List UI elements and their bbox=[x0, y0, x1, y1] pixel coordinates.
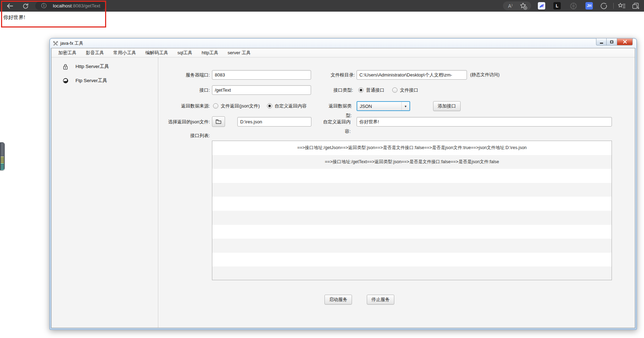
server-port-label: 服务器端口: bbox=[159, 70, 210, 80]
list-item-empty bbox=[212, 266, 612, 280]
red-annotation-box bbox=[1, 1, 106, 27]
radio-label: 普通接口 bbox=[366, 87, 384, 93]
return-type-combobox[interactable]: JSON ▾ bbox=[357, 101, 410, 111]
window-client-area: 加密工具 影音工具 常用小工具 编解码工具 sql工具 http工具 serve… bbox=[51, 48, 635, 328]
custom-return-input[interactable] bbox=[357, 117, 612, 127]
close-button[interactable] bbox=[617, 38, 633, 45]
favorites-icon[interactable] bbox=[617, 2, 626, 10]
sidebar: Http Server工具 Ftp Server工具 bbox=[51, 57, 158, 328]
api-type-radio-group: 普通接口 文件接口 bbox=[358, 85, 418, 95]
api-path-label: 接口: bbox=[159, 85, 210, 95]
indicator-gray-band bbox=[1, 143, 4, 157]
add-favorite-icon[interactable] bbox=[519, 2, 528, 10]
menu-sql-tools[interactable]: sql工具 bbox=[173, 48, 197, 57]
list-item-empty bbox=[212, 225, 612, 239]
read-aloud-icon[interactable]: A⁾ bbox=[506, 2, 515, 10]
root-dir-label: 文件根目录: bbox=[327, 70, 355, 80]
letter-extension-icon[interactable]: L bbox=[553, 2, 561, 10]
return-source-label: 返回数据来源: bbox=[159, 101, 210, 111]
menu-http-tools[interactable]: http工具 bbox=[197, 48, 223, 57]
lock-icon bbox=[63, 64, 68, 70]
list-item-empty bbox=[212, 169, 612, 183]
http-server-form: 服务器端口: 文件根目录: (静态文件访问) 接口: 接口类型: 普通接口 文件… bbox=[159, 57, 635, 328]
return-source-radio-group: 文件返回(json文件) 自定义返回内容 bbox=[213, 101, 307, 111]
jh-extension-icon[interactable]: JH bbox=[585, 2, 593, 10]
list-item[interactable]: ==>接口地址:/getText==>返回类型:json==>是否是文件接口:f… bbox=[212, 155, 612, 169]
radio-label: 自定义返回内容 bbox=[275, 103, 307, 109]
list-item-empty bbox=[212, 253, 612, 267]
stop-service-button[interactable]: 停止服务 bbox=[367, 295, 394, 305]
indicator-yellow-band bbox=[1, 157, 4, 164]
radio-file-api[interactable]: 文件接口 bbox=[392, 87, 418, 93]
list-item-empty bbox=[212, 239, 612, 253]
radio-dot bbox=[392, 87, 397, 93]
minimize-icon bbox=[600, 43, 603, 44]
chevron-down-icon: ▾ bbox=[401, 102, 409, 110]
minimize-button[interactable] bbox=[596, 38, 607, 45]
radio-dot-selected bbox=[267, 103, 272, 109]
window-title: java-fx 工具 bbox=[60, 41, 83, 47]
maximize-icon bbox=[610, 41, 613, 43]
radio-normal-api[interactable]: 普通接口 bbox=[358, 87, 384, 93]
radio-dot bbox=[213, 103, 218, 109]
menu-codec-tools[interactable]: 编解码工具 bbox=[141, 48, 173, 57]
json-file-path-input[interactable] bbox=[237, 117, 311, 127]
dim-circle-extension-icon[interactable] bbox=[569, 2, 578, 10]
tools-icon bbox=[53, 41, 58, 46]
add-api-button[interactable]: 添加接口 bbox=[433, 101, 461, 111]
sidebar-item-label: Ftp Server工具 bbox=[75, 78, 107, 84]
choose-json-file-label: 选择返回的json文件: bbox=[159, 117, 210, 127]
close-icon bbox=[623, 40, 627, 44]
radio-label: 文件接口 bbox=[400, 87, 418, 93]
globe-icon bbox=[63, 78, 68, 84]
list-item[interactable]: ==>接口地址:/getJson==>返回类型:json==>是否是文件接口:f… bbox=[212, 141, 612, 155]
custom-return-label: 自定义返回内容: bbox=[320, 117, 351, 127]
menu-bar: 加密工具 影音工具 常用小工具 编解码工具 sql工具 http工具 serve… bbox=[51, 48, 635, 57]
menu-server-tools[interactable]: server 工具 bbox=[223, 48, 255, 57]
api-type-label: 接口类型: bbox=[325, 85, 353, 95]
edge-indicator-widget[interactable] bbox=[0, 142, 5, 170]
toolbar-separator bbox=[613, 3, 614, 9]
api-listview[interactable]: ==>接口地址:/getJson==>返回类型:json==>是否是文件接口:f… bbox=[212, 141, 612, 280]
list-item-empty bbox=[212, 211, 612, 225]
root-dir-input[interactable] bbox=[357, 70, 467, 80]
window-controls bbox=[596, 38, 633, 45]
menu-encrypt-tools[interactable]: 加密工具 bbox=[54, 48, 81, 57]
menu-media-tools[interactable]: 影音工具 bbox=[81, 48, 109, 57]
browser-essentials-icon[interactable] bbox=[600, 2, 608, 10]
list-item-empty bbox=[212, 197, 612, 211]
sidebar-item-label: Http Server工具 bbox=[75, 63, 109, 70]
folder-icon bbox=[215, 119, 221, 124]
bird-extension-icon[interactable] bbox=[538, 2, 545, 10]
combobox-value: JSON bbox=[357, 104, 401, 109]
collections-icon[interactable] bbox=[631, 2, 640, 10]
window-titlebar[interactable]: java-fx 工具 bbox=[50, 39, 636, 48]
menu-common-tools[interactable]: 常用小工具 bbox=[109, 48, 141, 57]
maximize-button[interactable] bbox=[607, 38, 617, 45]
return-type-label: 返回数据类型: bbox=[323, 101, 352, 111]
list-item-empty bbox=[212, 183, 612, 197]
javafx-window: java-fx 工具 加密工具 影音工具 常用小工具 编解码工具 sql工具 h… bbox=[49, 38, 637, 330]
sidebar-item-ftp-server[interactable]: Ftp Server工具 bbox=[51, 76, 158, 86]
radio-custom-return[interactable]: 自定义返回内容 bbox=[267, 103, 307, 109]
server-port-input[interactable] bbox=[212, 70, 311, 80]
indicator-teal-band bbox=[1, 164, 4, 170]
browse-file-button[interactable] bbox=[212, 116, 225, 127]
radio-json-file-return[interactable]: 文件返回(json文件) bbox=[213, 103, 260, 109]
start-service-button[interactable]: 启动服务 bbox=[324, 295, 352, 305]
static-access-note: (静态文件访问) bbox=[470, 70, 499, 80]
sidebar-item-http-server[interactable]: Http Server工具 bbox=[51, 62, 158, 72]
api-path-input[interactable] bbox=[212, 85, 311, 95]
radio-dot-selected bbox=[358, 87, 364, 93]
radio-label: 文件返回(json文件) bbox=[221, 103, 260, 109]
api-list-label: 接口列表: bbox=[159, 132, 210, 139]
